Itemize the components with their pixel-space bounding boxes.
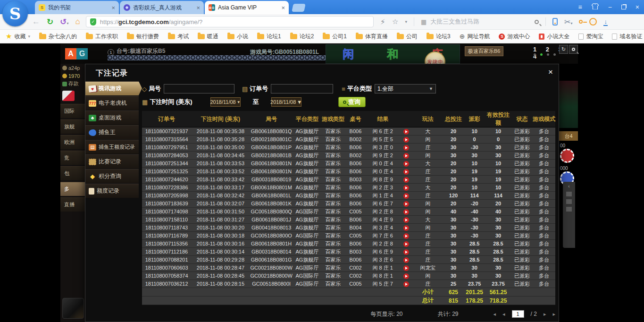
bookmark-item[interactable]: 论坛2: [290, 33, 314, 41]
bookmark-item[interactable]: ★收藏▾: [6, 32, 30, 41]
replay[interactable]: [400, 200, 413, 208]
download-icon[interactable]: ↓: [603, 18, 608, 26]
first-page-icon[interactable]: ◂: [493, 311, 496, 317]
menu-item-cards[interactable]: ♥视讯游戏: [85, 81, 142, 95]
replay-icon[interactable]: [403, 201, 409, 207]
new-tab-button[interactable]: [292, 4, 306, 12]
replay[interactable]: [400, 144, 413, 152]
game-sidebar-item[interactable]: 多: [60, 182, 85, 196]
address-bar[interactable]: ✓ https://gci.tcgdemo.com/agingame/?: [86, 16, 374, 27]
game-sidebar-item[interactable]: 旗舰: [60, 119, 85, 134]
replay[interactable]: [400, 264, 413, 272]
menu-item-points[interactable]: ◆积分查询: [85, 169, 139, 183]
replay[interactable]: [400, 192, 413, 200]
replay-icon[interactable]: [403, 153, 409, 159]
replay-icon[interactable]: [403, 249, 409, 255]
replay[interactable]: [400, 176, 413, 184]
replay[interactable]: [400, 224, 413, 232]
replay-icon[interactable]: [403, 209, 409, 215]
replay-icon[interactable]: [403, 273, 409, 279]
browser-tab[interactable]: 杏彩娱乐_真人游戏×: [120, 1, 204, 14]
skin-icon[interactable]: [592, 3, 599, 11]
tab-close-icon[interactable]: ×: [281, 4, 285, 11]
bet-area-tie[interactable]: 和: [387, 47, 398, 62]
replay-icon[interactable]: [403, 225, 409, 231]
side-vertical-tab[interactable]: ‹: [563, 182, 575, 248]
replay-icon[interactable]: [403, 257, 409, 263]
home-icon[interactable]: ⌂: [75, 17, 80, 26]
search-button[interactable]: 查询: [338, 97, 366, 107]
messages-icon[interactable]: ···: [589, 18, 597, 25]
prev-page-icon[interactable]: ◂: [502, 311, 505, 317]
bookmark-item[interactable]: ⊕网址导航: [460, 33, 490, 41]
replay-icon[interactable]: [403, 161, 409, 167]
browser-logo[interactable]: S: [2, 1, 28, 26]
replay-icon[interactable]: [403, 169, 409, 175]
search-icon[interactable]: [535, 20, 539, 24]
replay[interactable]: [400, 280, 413, 288]
bookmark-item[interactable]: 工作求职: [86, 33, 118, 41]
browser-tab[interactable]: AGAsia Game VIP×: [205, 1, 289, 14]
bookmark-item[interactable]: S游戏中心: [499, 33, 530, 41]
deposit-row[interactable]: 存款: [60, 80, 85, 88]
replay-icon[interactable]: [403, 217, 409, 223]
scissors-icon[interactable]: ✂▾: [564, 17, 572, 26]
replay-icon[interactable]: [403, 145, 409, 151]
replay[interactable]: [400, 272, 413, 280]
bookmark-item[interactable]: 爱淘宝: [578, 33, 603, 41]
replay-icon[interactable]: [403, 281, 409, 287]
favorite-star-icon[interactable]: ☆: [392, 17, 398, 26]
undo-icon[interactable]: ↺▾: [60, 17, 68, 27]
game-sidebar-item[interactable]: 直播: [60, 197, 85, 212]
replay-icon[interactable]: [403, 137, 409, 143]
replay-icon[interactable]: [403, 129, 409, 135]
replay[interactable]: [400, 240, 413, 248]
menu-item-quota[interactable]: 额度记录: [85, 184, 139, 198]
menu-item-fish-record[interactable]: ▤捕鱼王额度记录: [85, 140, 139, 154]
menu-item-fish[interactable]: 捕鱼王: [85, 125, 139, 139]
tab-close-icon[interactable]: ×: [111, 4, 115, 11]
minimize-button[interactable]: −: [608, 3, 612, 11]
zoom-game-icon[interactable]: [569, 45, 578, 54]
bookmark-item[interactable]: 杂七杂八的: [39, 33, 77, 41]
replay-icon[interactable]: [403, 241, 409, 247]
modal-close-button[interactable]: ×: [548, 68, 553, 77]
replay-icon[interactable]: [403, 265, 409, 271]
bookmark-item[interactable]: 小说大全: [539, 33, 569, 41]
order-input[interactable]: [271, 84, 333, 93]
bookmark-item[interactable]: 银行缴费: [127, 33, 159, 41]
refresh-game-icon[interactable]: ↻: [559, 45, 568, 54]
game-sidebar-item[interactable]: 竞: [60, 151, 85, 165]
table-4-tab[interactable]: 台4: [559, 131, 578, 141]
tab-close-icon[interactable]: ×: [196, 4, 200, 11]
restore-button[interactable]: [621, 5, 626, 9]
bet-area-player[interactable]: 闲: [343, 47, 354, 62]
round-input[interactable]: [164, 84, 234, 93]
replay[interactable]: [400, 168, 413, 176]
bookmark-item[interactable]: 暖通: [198, 33, 218, 41]
replay-icon[interactable]: [403, 233, 409, 239]
date-from-picker[interactable]: 2018/11/08▼: [210, 97, 241, 107]
bookmark-item[interactable]: 域名验证: [612, 33, 642, 41]
bookmark-item[interactable]: 论坛3: [427, 33, 451, 41]
date-to-picker[interactable]: 2018/11/08▼: [271, 97, 301, 107]
close-window-button[interactable]: ×: [636, 3, 639, 11]
replay-icon[interactable]: [403, 193, 409, 199]
replay[interactable]: [400, 136, 413, 144]
menu-item-slot[interactable]: 777电子老虎机: [85, 96, 139, 110]
bookmark-item[interactable]: 公司1: [323, 33, 347, 41]
page-number-input[interactable]: 1: [512, 310, 524, 318]
replay-icon[interactable]: [403, 177, 409, 183]
search-box[interactable]: ▦ 大批三文鱼过马路: [421, 17, 539, 26]
bookmark-item[interactable]: 体育直播: [356, 33, 388, 41]
star-caret-icon[interactable]: ▾: [405, 19, 407, 24]
game-sidebar-item[interactable]: 包: [60, 166, 85, 180]
bookmark-item[interactable]: 小说: [227, 33, 248, 41]
password-key-icon[interactable]: [579, 20, 583, 24]
menu-item-table-games[interactable]: ♣桌面游戏: [85, 110, 139, 125]
red-chip[interactable]: [560, 149, 574, 163]
replay[interactable]: [400, 127, 413, 136]
replay[interactable]: [400, 160, 413, 168]
menu-icon[interactable]: ≡: [578, 3, 582, 11]
refresh-icon[interactable]: ↻: [47, 17, 53, 27]
